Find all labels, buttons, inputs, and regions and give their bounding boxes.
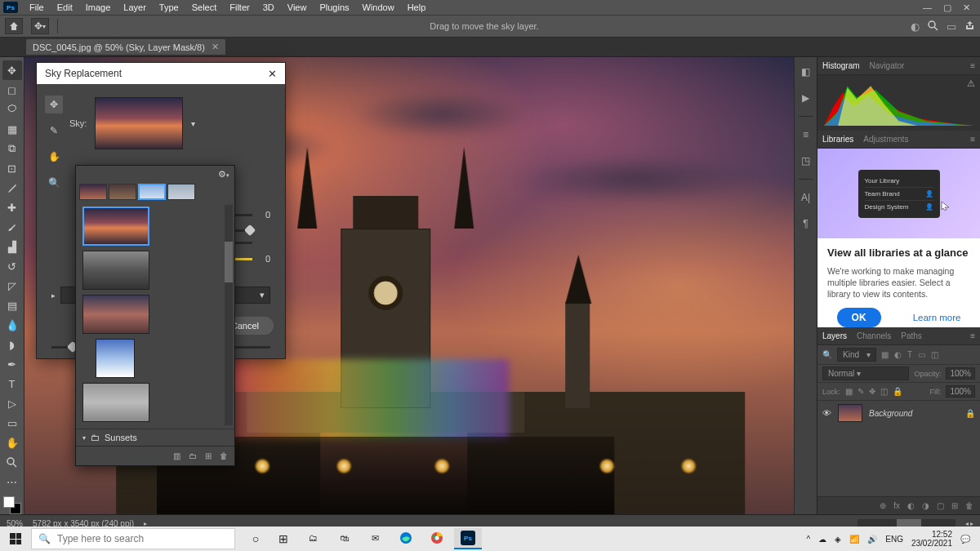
fill-value[interactable]: 100%: [946, 385, 975, 398]
dock-glyph-icon[interactable]: A|: [796, 188, 816, 207]
new-layer-icon[interactable]: ⊞: [951, 501, 958, 510]
dock-play-icon[interactable]: ▶: [796, 88, 816, 108]
pen-tool[interactable]: ✒: [2, 354, 22, 374]
taskbar-chrome[interactable]: [423, 528, 451, 549]
preset-thumb[interactable]: [82, 251, 149, 290]
preset-scrollbar[interactable]: [225, 205, 233, 425]
color-swatches[interactable]: [3, 496, 21, 514]
menu-layer[interactable]: Layer: [117, 1, 153, 14]
menu-3d[interactable]: 3D: [256, 1, 281, 14]
taskbar-photoshop[interactable]: Ps: [454, 528, 482, 549]
filter-shape-icon[interactable]: ▭: [918, 350, 925, 359]
libraries-promo-ok-button[interactable]: OK: [837, 308, 881, 327]
tab-navigator[interactable]: Navigator: [870, 61, 905, 70]
delete-layer-icon[interactable]: 🗑: [965, 501, 973, 510]
healing-brush-tool[interactable]: ✚: [2, 198, 22, 217]
filter-adjust-icon[interactable]: ◐: [894, 350, 902, 359]
move-tool-indicator[interactable]: ✥ ▾: [31, 18, 49, 34]
preset-import-icon[interactable]: ▥: [173, 451, 180, 460]
taskbar-search[interactable]: 🔍 Type here to search: [31, 528, 235, 549]
sky-preview-thumbnail[interactable]: [95, 97, 183, 149]
preset-thumb[interactable]: [82, 207, 149, 246]
tab-channels[interactable]: Channels: [857, 331, 891, 340]
dialog-hand-tool[interactable]: ✋: [45, 148, 63, 166]
tab-histogram[interactable]: Histogram: [822, 61, 860, 70]
preset-delete-icon[interactable]: 🗑: [220, 451, 228, 460]
layers-kind-filter[interactable]: Kind▾: [837, 348, 876, 362]
filter-smart-icon[interactable]: ◫: [931, 350, 938, 359]
dock-color-icon[interactable]: ◧: [796, 62, 816, 82]
preset-settings-icon[interactable]: ⚙▾: [218, 169, 229, 180]
dialog-zoom-tool[interactable]: 🔍: [45, 174, 63, 192]
brush-tool[interactable]: [2, 217, 22, 237]
layer-lock-icon[interactable]: 🔒: [965, 409, 975, 418]
lock-pixels-icon[interactable]: ✎: [858, 387, 864, 396]
frame-tool[interactable]: ⊡: [2, 158, 22, 178]
filter-type-icon[interactable]: T: [907, 350, 912, 359]
preset-category-3[interactable]: [138, 184, 166, 200]
dock-adjust-icon[interactable]: ≡: [796, 125, 816, 144]
share-icon[interactable]: [964, 20, 975, 33]
dock-styles-icon[interactable]: ◳: [796, 151, 816, 171]
blend-mode-dropdown[interactable]: Normal ▾: [822, 367, 909, 380]
menu-select[interactable]: Select: [185, 1, 224, 14]
zoom-tool[interactable]: [2, 452, 22, 472]
menu-type[interactable]: Type: [153, 1, 185, 14]
preset-category-2[interactable]: [109, 184, 136, 200]
taskbar-store[interactable]: 🛍: [330, 528, 358, 549]
taskbar-mail[interactable]: ✉: [361, 528, 389, 549]
start-button[interactable]: [3, 528, 28, 549]
layer-visibility-icon[interactable]: 👁: [822, 408, 831, 418]
lock-all-icon[interactable]: 🔒: [893, 387, 902, 396]
hand-tool[interactable]: ✋: [2, 433, 22, 452]
filter-pixel-icon[interactable]: ▦: [881, 350, 889, 359]
move-tool[interactable]: ✥: [2, 60, 22, 80]
home-button[interactable]: [5, 18, 23, 34]
layer-name[interactable]: Background: [869, 409, 912, 418]
histogram-warning-icon[interactable]: ⚠: [967, 78, 975, 89]
histogram-panel-menu-icon[interactable]: ≡: [970, 61, 975, 70]
tray-chevron-icon[interactable]: ^: [807, 535, 811, 544]
dodge-tool[interactable]: ◗: [2, 335, 22, 354]
clone-stamp-tool[interactable]: ▟: [2, 237, 22, 256]
gradient-tool[interactable]: ▤: [2, 295, 22, 315]
layer-thumbnail[interactable]: [838, 404, 862, 422]
blur-tool[interactable]: 💧: [2, 315, 22, 335]
tab-layers[interactable]: Layers: [822, 331, 847, 340]
libraries-promo-learn-link[interactable]: Learn more: [913, 313, 961, 322]
tray-clock[interactable]: 12:52 23/02/2021: [911, 530, 952, 548]
adjustment-layer-icon[interactable]: ◑: [922, 501, 929, 510]
section-chevron-icon[interactable]: ▸: [51, 291, 56, 300]
path-select-tool[interactable]: ▷: [2, 393, 22, 413]
tray-language[interactable]: ENG: [885, 535, 903, 544]
tray-onedrive-icon[interactable]: ☁: [818, 535, 826, 544]
preset-category-1[interactable]: [79, 184, 107, 200]
tray-volume-icon[interactable]: 🔊: [867, 535, 877, 544]
layers-panel-menu-icon[interactable]: ≡: [970, 331, 975, 340]
crop-tool[interactable]: ⧉: [2, 139, 22, 158]
shape-tool[interactable]: ▭: [2, 413, 22, 433]
task-view-icon[interactable]: ⊞: [271, 528, 296, 549]
type-tool[interactable]: T: [2, 374, 22, 393]
workspace-icon[interactable]: ▭: [947, 20, 956, 33]
tray-notifications-icon[interactable]: 💬: [960, 535, 970, 544]
menu-filter[interactable]: Filter: [223, 1, 256, 14]
cloud-docs-icon[interactable]: ◐: [911, 20, 920, 33]
preset-thumb[interactable]: [82, 383, 149, 422]
taskbar-edge[interactable]: [392, 528, 420, 549]
window-maximize-icon[interactable]: ▢: [943, 2, 951, 13]
menu-help[interactable]: Help: [401, 1, 433, 14]
marquee-tool[interactable]: ◻: [2, 80, 22, 100]
menu-image[interactable]: Image: [79, 1, 118, 14]
opacity-value[interactable]: 100%: [946, 367, 975, 380]
dialog-titlebar[interactable]: Sky Replacement ✕: [37, 63, 285, 84]
cortana-icon[interactable]: ○: [243, 528, 268, 549]
object-select-tool[interactable]: ▦: [2, 119, 22, 139]
dialog-brush-tool[interactable]: ✎: [45, 122, 63, 140]
taskbar-explorer[interactable]: 🗂: [299, 528, 327, 549]
tab-paths[interactable]: Paths: [901, 331, 922, 340]
document-tab[interactable]: DSC_0045.jpg @ 50% (Sky, Layer Mask/8) ✕: [26, 39, 225, 55]
new-group-icon[interactable]: ▢: [937, 501, 944, 510]
dialog-close-icon[interactable]: ✕: [268, 68, 277, 80]
search-icon[interactable]: [928, 20, 938, 33]
